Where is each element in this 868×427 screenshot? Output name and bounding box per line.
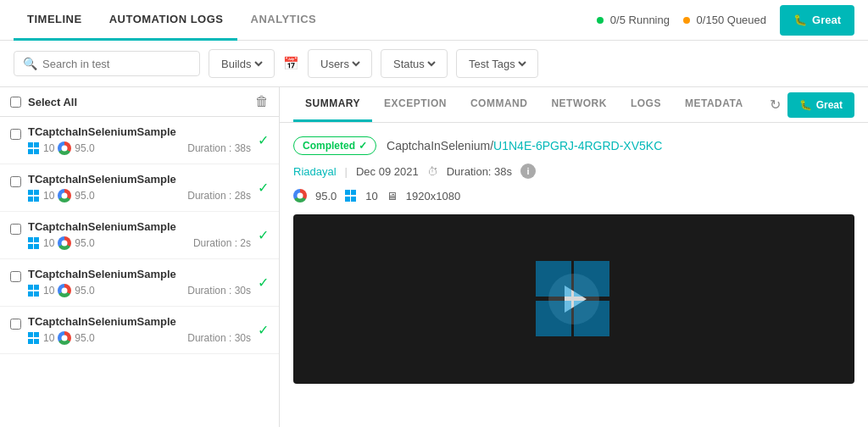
pass-icon-2: ✓ [258, 180, 269, 196]
test-meta-3: 10 95.0 Duration : 2s [28, 236, 251, 250]
select-all-row: Select All 🗑 [0, 87, 279, 117]
test-tags-filter[interactable]: Test Tags [456, 49, 538, 78]
nav-tab-analytics[interactable]: ANALYTICS [237, 0, 331, 41]
env-row: 95.0 10 🖥 1920x1080 [293, 189, 854, 202]
status-row: Completed ✓ CaptchaInSelenium/U1N4E-6PGR… [293, 136, 854, 155]
user-link[interactable]: Riadayal [293, 165, 337, 178]
chrome-icon-2 [58, 189, 71, 202]
builds-select[interactable]: Builds [218, 57, 265, 71]
info-icon[interactable]: i [520, 164, 536, 179]
users-filter[interactable]: Users [308, 49, 372, 78]
test-meta-4: 10 95.0 Duration : 30s [28, 284, 251, 297]
clock-icon: ⏱ [427, 165, 438, 178]
tab-metadata[interactable]: METADATA [673, 87, 755, 122]
item-checkbox-3[interactable] [10, 224, 21, 235]
check-icon-badge: ✓ [359, 140, 367, 152]
test-name-1: TCaptchaInSeleniumSample [28, 125, 251, 138]
filter-bar: 🔍 Builds 📅 Users Status Test Tags [0, 41, 868, 87]
test-info-4: TCaptchaInSeleniumSample 10 95.0 Duratio… [28, 268, 251, 297]
right-panel: SUMMARY EXCEPTION COMMAND NETWORK LOGS M… [280, 87, 868, 427]
pass-icon-5: ✓ [258, 322, 269, 338]
nav-tab-automation-logs[interactable]: AUTOMATION LOGS [96, 0, 237, 41]
detail-tabs-row: SUMMARY EXCEPTION COMMAND NETWORK LOGS M… [280, 87, 868, 123]
test-info-3: TCaptchaInSeleniumSample 10 95.0 Duratio… [28, 220, 251, 250]
top-nav: TIMELINE AUTOMATION LOGS ANALYTICS 0/5 R… [0, 0, 868, 41]
main-content: Select All 🗑 TCaptchaInSeleniumSample 10… [0, 87, 868, 427]
test-link: CaptchaInSelenium/U1N4E-6PGRJ-4RGRD-XV5K… [387, 139, 662, 152]
select-all-checkbox[interactable] [10, 97, 21, 108]
status-select[interactable]: Status [390, 57, 438, 71]
item-checkbox-4[interactable] [10, 271, 21, 282]
test-id-link[interactable]: U1N4E-6PGRJ-4RGRD-XV5KC [493, 139, 662, 152]
calendar-icon[interactable]: 📅 [283, 56, 299, 71]
running-dot [597, 17, 604, 24]
status-filter[interactable]: Status [381, 49, 448, 78]
pass-icon-1: ✓ [258, 132, 269, 148]
nav-tab-timeline[interactable]: TIMELINE [14, 0, 96, 41]
test-tags-select[interactable]: Test Tags [465, 57, 529, 71]
test-info-5: TCaptchaInSeleniumSample 10 95.0 Duratio… [28, 315, 251, 345]
monitor-icon: 🖥 [387, 190, 398, 202]
list-item[interactable]: TCaptchaInSeleniumSample 10 95.0 Duratio… [0, 212, 279, 259]
item-checkbox-2[interactable] [10, 176, 21, 187]
status-indicators: 0/5 Running 0/150 Queued [597, 14, 766, 26]
chrome-env-icon [293, 189, 307, 202]
left-panel: Select All 🗑 TCaptchaInSeleniumSample 10… [0, 87, 280, 427]
item-checkbox-1[interactable] [10, 129, 21, 140]
tab-summary[interactable]: SUMMARY [293, 87, 372, 122]
duration-2: Duration : 28s [187, 190, 251, 202]
queued-status: 0/150 Queued [683, 14, 766, 26]
windows-icon-4 [28, 285, 40, 297]
create-button[interactable]: 🐛 Great [780, 5, 854, 36]
bug-icon-detail: 🐛 [799, 99, 812, 111]
test-name-5: TCaptchaInSeleniumSample [28, 315, 251, 328]
list-item[interactable]: TCaptchaInSeleniumSample 10 95.0 Duratio… [0, 164, 279, 212]
chrome-icon-4 [58, 284, 71, 297]
list-item[interactable]: TCaptchaInSeleniumSample 10 95.0 Duratio… [0, 117, 279, 164]
list-item[interactable]: TCaptchaInSeleniumSample 10 95.0 Duratio… [0, 259, 279, 307]
pass-icon-3: ✓ [258, 227, 269, 243]
test-name-2: TCaptchaInSeleniumSample [28, 173, 251, 186]
running-status: 0/5 Running [597, 14, 670, 26]
test-meta-1: 10 95.0 Duration : 38s [28, 141, 251, 155]
summary-section: Completed ✓ CaptchaInSelenium/U1N4E-6PGR… [280, 123, 868, 397]
chrome-icon-3 [58, 236, 71, 250]
test-info-1: TCaptchaInSeleniumSample 10 95.0 Duratio… [28, 125, 251, 155]
refresh-icon[interactable]: ↻ [763, 90, 787, 119]
tab-exception[interactable]: EXCEPTION [372, 87, 459, 122]
chrome-icon-5 [58, 331, 71, 345]
bug-icon: 🐛 [793, 14, 807, 26]
test-name-3: TCaptchaInSeleniumSample [28, 220, 251, 233]
test-meta-5: 10 95.0 Duration : 30s [28, 331, 251, 345]
delete-icon[interactable]: 🗑 [255, 94, 269, 109]
test-name-4: TCaptchaInSeleniumSample [28, 268, 251, 280]
select-all-label[interactable]: Select All [28, 96, 248, 108]
meta-row: Riadayal | Dec 09 2021 ⏱ Duration: 38s i [293, 164, 854, 179]
windows-env-icon [345, 190, 357, 202]
users-select[interactable]: Users [317, 57, 363, 71]
test-info-2: TCaptchaInSeleniumSample 10 95.0 Duratio… [28, 173, 251, 202]
windows-icon-2 [28, 190, 40, 202]
completed-badge: Completed ✓ [293, 136, 376, 155]
windows-bg-logo [536, 261, 612, 337]
video-preview[interactable] [293, 214, 854, 384]
pass-icon-4: ✓ [258, 274, 269, 291]
search-input[interactable] [42, 58, 191, 70]
duration-4: Duration : 30s [187, 285, 251, 297]
list-item[interactable]: TCaptchaInSeleniumSample 10 95.0 Duratio… [0, 307, 279, 354]
windows-icon-5 [28, 332, 40, 344]
chrome-icon-1 [58, 141, 71, 155]
item-checkbox-5[interactable] [10, 319, 21, 330]
search-icon: 🔍 [23, 57, 37, 70]
duration-5: Duration : 30s [187, 332, 251, 344]
duration-3: Duration : 2s [193, 237, 251, 249]
tab-network[interactable]: NETWORK [539, 87, 619, 122]
windows-icon-1 [28, 142, 40, 154]
tab-command[interactable]: COMMAND [459, 87, 540, 122]
search-wrap: 🔍 [14, 51, 200, 76]
builds-filter[interactable]: Builds [209, 49, 275, 78]
create-tab-button[interactable]: 🐛 Great [787, 92, 854, 118]
tab-logs[interactable]: LOGS [619, 87, 673, 122]
queued-dot [683, 17, 690, 24]
duration-1: Duration : 38s [187, 142, 251, 154]
